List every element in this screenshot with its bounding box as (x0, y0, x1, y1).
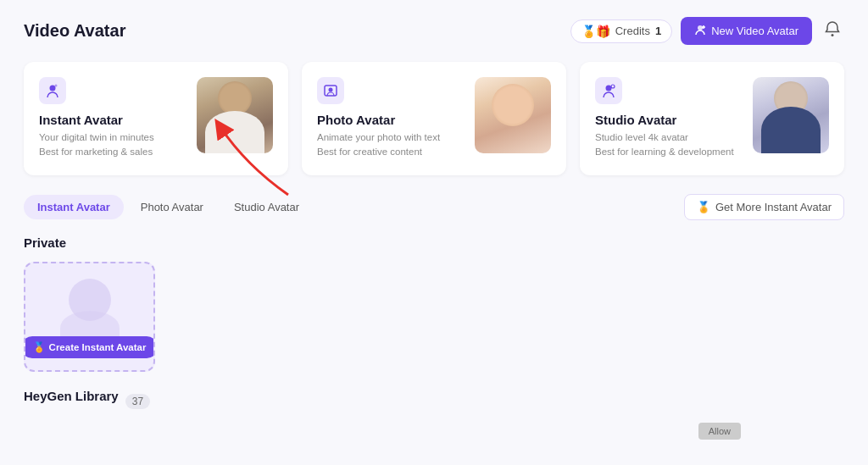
studio-avatar-icon (595, 77, 622, 104)
photo-avatar-card[interactable]: Photo Avatar Animate your photo with tex… (302, 62, 566, 175)
tabs-row: Instant Avatar Photo Avatar Studio Avata… (24, 194, 844, 220)
create-btn-label: Create Instant Avatar (49, 342, 147, 352)
svg-point-5 (55, 85, 58, 87)
header-actions: 🏅🎁 Credits 1 New Video Avatar (570, 17, 844, 45)
credits-badge[interactable]: 🏅🎁 Credits 1 (570, 19, 672, 43)
library-section: HeyGen Library 37 (24, 389, 844, 415)
notification-button[interactable] (821, 17, 844, 45)
studio-avatar-card-left: Studio Avatar Studio level 4k avatar Bes… (595, 77, 743, 160)
private-section-title: Private (24, 235, 844, 250)
studio-avatar-image (753, 77, 829, 153)
create-instant-avatar-button[interactable]: 🏅 Create Instant Avatar (24, 336, 155, 358)
photo-avatar-title: Photo Avatar (317, 113, 465, 127)
tab-studio-avatar[interactable]: Studio Avatar (220, 195, 313, 219)
svg-point-4 (50, 86, 56, 91)
instant-avatar-icon (39, 77, 66, 104)
page-header: Video Avatar 🏅🎁 Credits 1 New Video Avat… (24, 17, 844, 45)
credits-icon: 🏅🎁 (581, 25, 610, 38)
instant-avatar-desc: Your digital twin in minutes Best for ma… (39, 130, 186, 160)
main-page: Video Avatar 🏅🎁 Credits 1 New Video Avat… (0, 0, 868, 440)
studio-avatar-card[interactable]: Studio Avatar Studio level 4k avatar Bes… (580, 62, 844, 175)
tab-photo-avatar[interactable]: Photo Avatar (127, 195, 217, 219)
credits-count: 1 (655, 25, 661, 37)
library-section-title: HeyGen Library (24, 389, 119, 403)
instant-avatar-card[interactable]: Instant Avatar Your digital twin in minu… (24, 62, 288, 175)
page-title: Video Avatar (24, 21, 125, 41)
new-avatar-icon (694, 24, 706, 38)
svg-point-0 (698, 25, 703, 30)
create-instant-avatar-card[interactable]: 🏅 Create Instant Avatar (24, 262, 155, 372)
new-video-avatar-button[interactable]: New Video Avatar (681, 17, 812, 45)
create-btn-icon: 🏅 (33, 341, 45, 353)
private-section: Private 🏅 Create Instant Avatar (24, 235, 844, 372)
photo-avatar-image (475, 77, 551, 153)
private-avatar-grid: 🏅 Create Instant Avatar (24, 262, 844, 372)
svg-point-3 (832, 34, 834, 36)
instant-avatar-card-left: Instant Avatar Your digital twin in minu… (39, 77, 186, 160)
instant-avatar-title: Instant Avatar (39, 113, 186, 127)
library-count-badge: 37 (125, 394, 150, 409)
library-header: HeyGen Library 37 (24, 389, 844, 415)
avatar-type-cards: Instant Avatar Your digital twin in minu… (24, 62, 844, 175)
svg-point-9 (611, 85, 615, 88)
get-more-instant-avatar-button[interactable]: 🏅 Get More Instant Avatar (684, 194, 844, 220)
photo-avatar-desc: Animate your photo with text Best for cr… (317, 130, 465, 160)
photo-avatar-card-left: Photo Avatar Animate your photo with tex… (317, 77, 465, 160)
studio-avatar-desc: Studio level 4k avatar Best for learning… (595, 130, 743, 160)
credits-label: Credits (615, 25, 650, 37)
photo-avatar-icon (317, 77, 344, 104)
studio-avatar-title: Studio Avatar (595, 113, 743, 127)
allow-button[interactable]: Allow (698, 423, 741, 440)
svg-point-7 (329, 88, 333, 92)
instant-avatar-image (197, 77, 273, 153)
tab-instant-avatar[interactable]: Instant Avatar (24, 195, 124, 219)
new-avatar-btn-label: New Video Avatar (711, 25, 798, 37)
avatar-tabs: Instant Avatar Photo Avatar Studio Avata… (24, 195, 313, 219)
get-more-label: Get More Instant Avatar (715, 201, 832, 213)
get-more-icon: 🏅 (697, 201, 710, 213)
